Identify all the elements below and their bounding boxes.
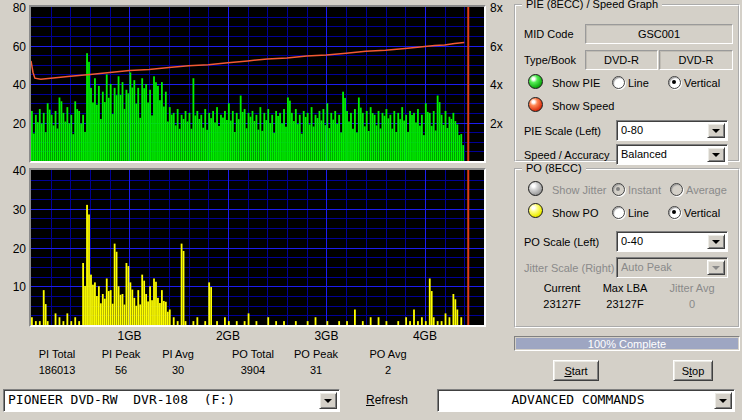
pie-speed-groupbox: PIE (8ECC) / Speed Graph MID Code GSC001…: [514, 4, 740, 162]
axis-tick-label: 60: [0, 40, 26, 54]
advanced-commands-value: ADVANCED COMMANDS: [442, 390, 714, 411]
speed-accuracy-select[interactable]: Balanced: [616, 144, 728, 165]
pie-line-label[interactable]: Line: [628, 77, 649, 89]
refresh-button[interactable]: Refresh: [356, 390, 418, 410]
pie-vertical-label[interactable]: Vertical: [684, 77, 720, 89]
pie-scale-value: 0-80: [621, 121, 707, 140]
stat-po-avg-value: 2: [353, 364, 423, 376]
axis-tick-label: 3GB: [312, 329, 340, 343]
jitter-avg-label: Jitter Avg: [662, 282, 722, 294]
po-scale-select[interactable]: 0-40: [616, 231, 728, 252]
stat-po-total-value: 3904: [218, 364, 288, 376]
jitter-instant-radio: [612, 183, 625, 196]
jitter-scale-label: Jitter Scale (Right): [524, 262, 614, 274]
type-book-label: Type/Book: [524, 54, 576, 66]
stat-pi-avg-value: 30: [143, 364, 213, 376]
po-chart-canvas: [31, 170, 484, 325]
jitter-scale-dropdown-arrow: [707, 260, 725, 275]
pie-vertical-radio[interactable]: [668, 76, 681, 89]
axis-tick-label: 4GB: [411, 329, 439, 343]
chevron-down-icon: [712, 240, 720, 244]
axis-tick-label: 10: [0, 280, 26, 294]
start-button[interactable]: Start: [553, 360, 599, 381]
po-chart: [29, 168, 486, 327]
chevron-down-icon: [324, 399, 332, 403]
stat-po-peak-label: PO Peak: [281, 348, 351, 360]
pie-line-radio[interactable]: [612, 76, 625, 89]
po-groupbox: PO (8ECC) Show Jitter Instant Average Sh…: [514, 168, 740, 328]
mid-code-label: MID Code: [524, 28, 574, 40]
jitter-average-radio: [670, 183, 683, 196]
progress-bar-fill: 100% Complete: [516, 338, 738, 349]
show-jitter-label: Show Jitter: [552, 184, 606, 196]
show-speed-label: Show Speed: [552, 100, 614, 112]
show-po-led-icon[interactable]: [528, 203, 543, 218]
mid-code-value: GSC001: [585, 24, 733, 44]
device-select[interactable]: PIONEER DVD-RW DVR-108 (F:): [3, 389, 340, 412]
advanced-commands-dropdown-arrow[interactable]: [714, 392, 732, 409]
pie-speed-groupbox-title: PIE (8ECC) / Speed Graph: [522, 0, 662, 10]
axis-tick-label: 40: [0, 78, 26, 92]
advanced-commands-select[interactable]: ADVANCED COMMANDS: [437, 389, 735, 412]
book-value: DVD-R: [659, 50, 733, 70]
axis-tick-label: 80: [0, 1, 26, 15]
current-value: 23127F: [532, 298, 592, 310]
max-lba-value: 23127F: [595, 298, 655, 310]
axis-tick-label: 2GB: [214, 329, 242, 343]
pie-scale-select[interactable]: 0-80: [616, 120, 728, 141]
type-value: DVD-R: [585, 50, 658, 70]
stat-pi-avg-label: PI Avg: [143, 348, 213, 360]
jitter-scale-select: Auto Peak: [616, 257, 728, 278]
pie-scale-dropdown-arrow[interactable]: [707, 123, 725, 138]
axis-tick-label: 30: [0, 203, 26, 217]
stat-pi-total-value: 186013: [22, 364, 92, 376]
pie-speed-chart: [29, 5, 486, 163]
speed-accuracy-value: Balanced: [621, 145, 707, 164]
stat-po-peak-value: 31: [281, 364, 351, 376]
stat-po-total-label: PO Total: [218, 348, 288, 360]
po-line-label[interactable]: Line: [628, 207, 649, 219]
po-scale-dropdown-arrow[interactable]: [707, 234, 725, 249]
po-scale-label: PO Scale (Left): [524, 236, 599, 248]
jitter-avg-value: 0: [662, 298, 722, 310]
chevron-down-icon: [712, 129, 720, 133]
pie-speed-chart-canvas: [31, 7, 484, 161]
pie-scale-label: PIE Scale (Left): [524, 125, 601, 137]
show-pie-label: Show PIE: [552, 77, 600, 89]
chevron-down-icon: [712, 266, 720, 270]
device-select-dropdown-arrow[interactable]: [319, 392, 337, 409]
show-po-label: Show PO: [552, 207, 598, 219]
show-jitter-led-icon: [528, 181, 543, 196]
jitter-scale-value: Auto Peak: [621, 258, 707, 277]
po-vertical-label[interactable]: Vertical: [684, 207, 720, 219]
stat-pi-total-label: PI Total: [22, 348, 92, 360]
jitter-instant-label: Instant: [628, 184, 661, 196]
device-select-value: PIONEER DVD-RW DVR-108 (F:): [8, 390, 319, 411]
jitter-average-label: Average: [686, 184, 727, 196]
speed-accuracy-label: Speed / Accuracy: [524, 149, 610, 161]
max-lba-label: Max LBA: [595, 282, 655, 294]
show-pie-led-icon[interactable]: [528, 74, 543, 89]
po-scale-value: 0-40: [621, 232, 707, 251]
po-vertical-radio[interactable]: [668, 206, 681, 219]
axis-tick-label: 20: [0, 117, 26, 131]
current-label: Current: [532, 282, 592, 294]
chevron-down-icon: [719, 399, 727, 403]
axis-tick-label: 40: [0, 164, 26, 178]
progress-bar: 100% Complete: [514, 336, 740, 351]
show-speed-led-icon[interactable]: [528, 97, 543, 112]
axis-tick-label: 20: [0, 242, 26, 256]
app-window: 806040208x6x4x2x403020101GB2GB3GB4GB PI …: [0, 0, 742, 420]
speed-accuracy-dropdown-arrow[interactable]: [707, 147, 725, 162]
po-line-radio[interactable]: [612, 206, 625, 219]
axis-tick-label: 1GB: [115, 329, 143, 343]
chevron-down-icon: [712, 153, 720, 157]
stat-po-avg-label: PO Avg: [353, 348, 423, 360]
stop-button[interactable]: Stop: [673, 360, 713, 381]
po-groupbox-title: PO (8ECC): [522, 162, 586, 174]
